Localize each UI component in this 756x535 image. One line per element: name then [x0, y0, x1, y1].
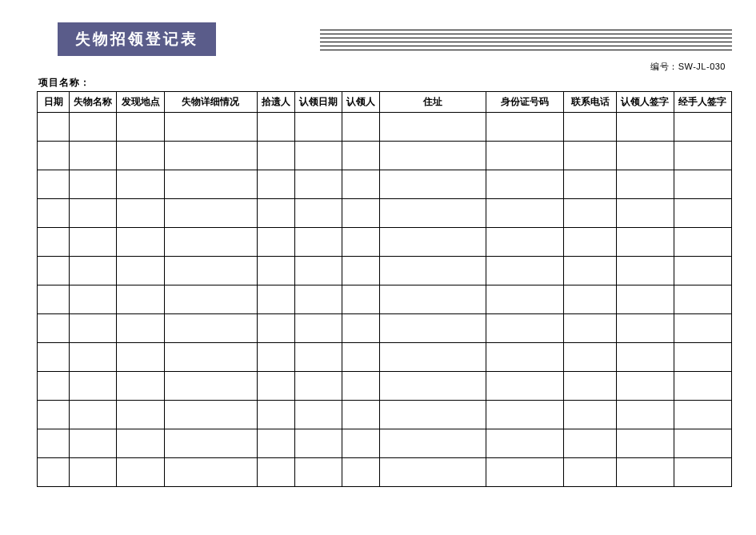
- table-cell: [342, 228, 380, 257]
- table-cell: [564, 170, 617, 199]
- col-claim-date: 认领日期: [294, 92, 342, 113]
- table-cell: [117, 401, 164, 429]
- table-cell: [164, 228, 257, 257]
- table-cell: [342, 372, 380, 401]
- table-cell: [379, 314, 486, 343]
- table-cell: [486, 314, 563, 343]
- table-cell: [258, 142, 295, 170]
- table-cell: [486, 285, 563, 314]
- table-row: [38, 142, 732, 170]
- table-cell: [294, 113, 342, 142]
- table-cell: [38, 199, 70, 228]
- table-cell: [38, 257, 70, 285]
- table-cell: [486, 429, 563, 458]
- table-header-row: 日期 失物名称 发现地点 失物详细情况 拾遗人 认领日期 认领人 住址 身份证号…: [38, 92, 732, 113]
- table-cell: [616, 170, 674, 199]
- table-row: [38, 372, 732, 401]
- table-cell: [70, 429, 117, 458]
- table-cell: [258, 314, 295, 343]
- table-cell: [564, 458, 617, 487]
- table-cell: [616, 199, 674, 228]
- table-cell: [117, 429, 164, 458]
- table-cell: [258, 401, 295, 429]
- table-cell: [342, 314, 380, 343]
- table-cell: [486, 372, 563, 401]
- table-cell: [294, 199, 342, 228]
- table-cell: [117, 170, 164, 199]
- table-cell: [379, 199, 486, 228]
- table-cell: [342, 458, 380, 487]
- table-cell: [164, 458, 257, 487]
- table-cell: [117, 285, 164, 314]
- table-cell: [294, 314, 342, 343]
- table-cell: [379, 343, 486, 372]
- table-cell: [342, 199, 380, 228]
- table-cell: [117, 314, 164, 343]
- table-cell: [486, 142, 563, 170]
- col-phone: 联系电话: [564, 92, 617, 113]
- table-cell: [164, 170, 257, 199]
- table-cell: [38, 228, 70, 257]
- table-cell: [674, 113, 731, 142]
- table-cell: [564, 314, 617, 343]
- table-row: [38, 199, 732, 228]
- table-cell: [70, 343, 117, 372]
- table-row: [38, 257, 732, 285]
- table-cell: [486, 113, 563, 142]
- table-cell: [674, 343, 731, 372]
- table-cell: [342, 285, 380, 314]
- table-cell: [70, 142, 117, 170]
- table-cell: [379, 257, 486, 285]
- table-row: [38, 113, 732, 142]
- table-cell: [294, 285, 342, 314]
- table-cell: [258, 429, 295, 458]
- table-cell: [164, 429, 257, 458]
- table-cell: [70, 113, 117, 142]
- form-header: 失物招领登记表: [37, 22, 732, 56]
- table-cell: [674, 458, 731, 487]
- table-cell: [342, 170, 380, 199]
- table-cell: [564, 343, 617, 372]
- table-row: [38, 401, 732, 429]
- table-cell: [379, 401, 486, 429]
- table-cell: [674, 314, 731, 343]
- table-cell: [616, 401, 674, 429]
- table-cell: [117, 199, 164, 228]
- table-row: [38, 314, 732, 343]
- table-cell: [70, 314, 117, 343]
- table-cell: [164, 372, 257, 401]
- table-cell: [342, 142, 380, 170]
- table-cell: [486, 257, 563, 285]
- table-cell: [258, 170, 295, 199]
- table-cell: [38, 170, 70, 199]
- col-item-name: 失物名称: [70, 92, 117, 113]
- table-cell: [117, 142, 164, 170]
- table-cell: [486, 401, 563, 429]
- table-cell: [674, 170, 731, 199]
- doc-no-label: 编号：: [650, 62, 678, 71]
- table-cell: [564, 257, 617, 285]
- table-cell: [294, 257, 342, 285]
- document-number: 编号：SW-JL-030: [37, 61, 732, 73]
- table-cell: [379, 429, 486, 458]
- table-cell: [616, 372, 674, 401]
- table-cell: [486, 228, 563, 257]
- table-cell: [379, 113, 486, 142]
- col-details: 失物详细情况: [164, 92, 257, 113]
- table-cell: [164, 314, 257, 343]
- table-cell: [258, 343, 295, 372]
- table-cell: [616, 142, 674, 170]
- table-cell: [564, 199, 617, 228]
- table-body: [38, 113, 732, 487]
- table-cell: [564, 285, 617, 314]
- header-rule-lines: [320, 30, 732, 50]
- table-cell: [70, 458, 117, 487]
- col-address: 住址: [379, 92, 486, 113]
- table-row: [38, 285, 732, 314]
- table-cell: [117, 343, 164, 372]
- table-cell: [164, 343, 257, 372]
- table-cell: [564, 429, 617, 458]
- table-cell: [294, 170, 342, 199]
- col-claimer: 认领人: [342, 92, 380, 113]
- table-cell: [616, 257, 674, 285]
